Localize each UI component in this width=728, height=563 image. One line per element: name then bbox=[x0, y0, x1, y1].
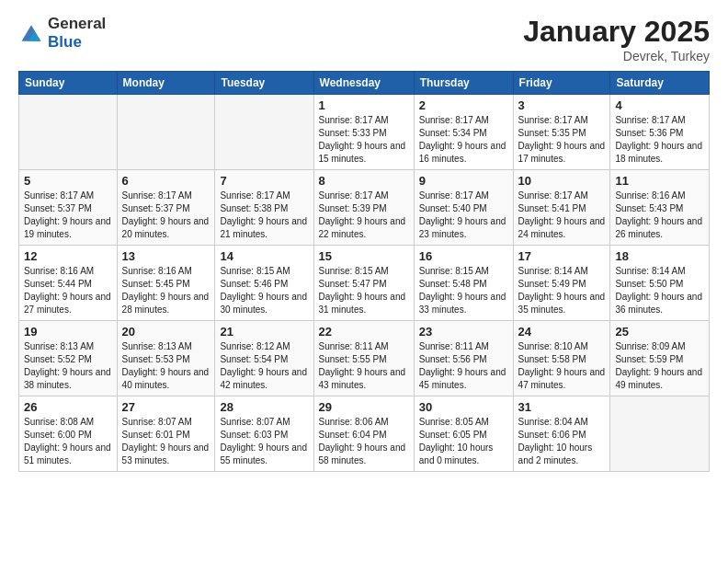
table-row: 13Sunrise: 8:16 AMSunset: 5:45 PMDayligh… bbox=[117, 246, 215, 321]
cell-info: Sunrise: 8:15 AMSunset: 5:46 PMDaylight:… bbox=[220, 265, 308, 316]
table-row: 8Sunrise: 8:17 AMSunset: 5:39 PMDaylight… bbox=[313, 170, 414, 246]
table-row: 16Sunrise: 8:15 AMSunset: 5:48 PMDayligh… bbox=[414, 246, 513, 321]
cell-sunset: Sunset: 5:44 PM bbox=[24, 278, 112, 291]
cell-sunrise: Sunrise: 8:17 AM bbox=[319, 114, 409, 127]
table-row: 29Sunrise: 8:06 AMSunset: 6:04 PMDayligh… bbox=[313, 396, 414, 472]
cell-day-number: 21 bbox=[220, 325, 308, 339]
cell-info: Sunrise: 8:17 AMSunset: 5:37 PMDaylight:… bbox=[24, 190, 112, 241]
cell-daylight: Daylight: 9 hours and 47 minutes. bbox=[518, 366, 606, 392]
cell-info: Sunrise: 8:07 AMSunset: 6:03 PMDaylight:… bbox=[220, 416, 308, 467]
table-row: 20Sunrise: 8:13 AMSunset: 5:53 PMDayligh… bbox=[117, 321, 215, 396]
cell-info: Sunrise: 8:12 AMSunset: 5:54 PMDaylight:… bbox=[220, 340, 308, 392]
cell-sunrise: Sunrise: 8:13 AM bbox=[122, 340, 210, 353]
cell-sunset: Sunset: 6:06 PM bbox=[518, 429, 606, 442]
cell-day-number: 31 bbox=[518, 400, 606, 414]
cell-sunset: Sunset: 6:05 PM bbox=[419, 429, 508, 442]
cell-sunrise: Sunrise: 8:17 AM bbox=[24, 190, 112, 202]
cell-info: Sunrise: 8:16 AMSunset: 5:43 PMDaylight:… bbox=[615, 190, 704, 241]
cell-sunset: Sunset: 5:41 PM bbox=[518, 202, 606, 215]
table-row: 28Sunrise: 8:07 AMSunset: 6:03 PMDayligh… bbox=[215, 396, 313, 472]
table-row: 14Sunrise: 8:15 AMSunset: 5:46 PMDayligh… bbox=[215, 246, 313, 321]
calendar-header-row: Sunday Monday Tuesday Wednesday Thursday… bbox=[19, 72, 710, 95]
cell-info: Sunrise: 8:17 AMSunset: 5:39 PMDaylight:… bbox=[319, 190, 409, 241]
calendar-week-row: 1Sunrise: 8:17 AMSunset: 5:33 PMDaylight… bbox=[19, 95, 710, 170]
cell-day-number: 24 bbox=[518, 325, 606, 339]
cell-sunset: Sunset: 5:55 PM bbox=[319, 353, 409, 366]
cell-day-number: 26 bbox=[24, 400, 112, 414]
col-wednesday: Wednesday bbox=[313, 72, 414, 95]
cell-info: Sunrise: 8:15 AMSunset: 5:47 PMDaylight:… bbox=[319, 265, 409, 316]
cell-sunset: Sunset: 5:40 PM bbox=[419, 202, 508, 215]
cell-sunrise: Sunrise: 8:17 AM bbox=[220, 190, 308, 202]
table-row: 9Sunrise: 8:17 AMSunset: 5:40 PMDaylight… bbox=[414, 170, 513, 246]
table-row: 2Sunrise: 8:17 AMSunset: 5:34 PMDaylight… bbox=[414, 95, 513, 170]
table-row: 15Sunrise: 8:15 AMSunset: 5:47 PMDayligh… bbox=[313, 246, 414, 321]
title-location: Devrek, Turkey bbox=[523, 49, 710, 63]
cell-sunset: Sunset: 5:56 PM bbox=[419, 353, 508, 366]
table-row: 18Sunrise: 8:14 AMSunset: 5:50 PMDayligh… bbox=[610, 246, 710, 321]
cell-info: Sunrise: 8:13 AMSunset: 5:53 PMDaylight:… bbox=[122, 340, 210, 392]
cell-info: Sunrise: 8:17 AMSunset: 5:35 PMDaylight:… bbox=[518, 114, 606, 166]
logo-blue: Blue bbox=[48, 33, 82, 51]
cell-sunrise: Sunrise: 8:05 AM bbox=[419, 416, 508, 429]
cell-info: Sunrise: 8:17 AMSunset: 5:37 PMDaylight:… bbox=[122, 190, 210, 241]
cell-day-number: 7 bbox=[220, 174, 308, 188]
cell-daylight: Daylight: 9 hours and 20 minutes. bbox=[122, 215, 210, 241]
cell-info: Sunrise: 8:08 AMSunset: 6:00 PMDaylight:… bbox=[24, 416, 112, 467]
cell-info: Sunrise: 8:17 AMSunset: 5:34 PMDaylight:… bbox=[419, 114, 508, 166]
cell-info: Sunrise: 8:10 AMSunset: 5:58 PMDaylight:… bbox=[518, 340, 606, 392]
cell-sunset: Sunset: 5:33 PM bbox=[319, 127, 409, 140]
cell-daylight: Daylight: 9 hours and 55 minutes. bbox=[220, 442, 308, 467]
cell-sunset: Sunset: 5:37 PM bbox=[24, 202, 112, 215]
cell-sunset: Sunset: 5:53 PM bbox=[122, 353, 210, 366]
table-row: 26Sunrise: 8:08 AMSunset: 6:00 PMDayligh… bbox=[19, 396, 118, 472]
calendar-week-row: 5Sunrise: 8:17 AMSunset: 5:37 PMDaylight… bbox=[19, 170, 710, 246]
cell-sunset: Sunset: 5:39 PM bbox=[319, 202, 409, 215]
cell-sunset: Sunset: 5:49 PM bbox=[518, 278, 606, 291]
calendar-week-row: 19Sunrise: 8:13 AMSunset: 5:52 PMDayligh… bbox=[19, 321, 710, 396]
cell-day-number: 15 bbox=[319, 249, 409, 263]
cell-sunrise: Sunrise: 8:04 AM bbox=[518, 416, 606, 429]
cell-sunset: Sunset: 5:46 PM bbox=[220, 278, 308, 291]
logo-icon bbox=[18, 20, 44, 46]
cell-day-number: 28 bbox=[220, 400, 308, 414]
table-row: 6Sunrise: 8:17 AMSunset: 5:37 PMDaylight… bbox=[117, 170, 215, 246]
col-tuesday: Tuesday bbox=[215, 72, 313, 95]
cell-day-number: 17 bbox=[518, 249, 606, 263]
cell-info: Sunrise: 8:04 AMSunset: 6:06 PMDaylight:… bbox=[518, 416, 606, 467]
cell-daylight: Daylight: 9 hours and 35 minutes. bbox=[518, 291, 606, 316]
cell-info: Sunrise: 8:11 AMSunset: 5:55 PMDaylight:… bbox=[319, 340, 409, 392]
cell-sunrise: Sunrise: 8:17 AM bbox=[419, 114, 508, 127]
table-row: 5Sunrise: 8:17 AMSunset: 5:37 PMDaylight… bbox=[19, 170, 118, 246]
cell-day-number: 20 bbox=[122, 325, 210, 339]
cell-daylight: Daylight: 9 hours and 19 minutes. bbox=[24, 215, 112, 241]
cell-sunrise: Sunrise: 8:16 AM bbox=[615, 190, 704, 202]
cell-sunset: Sunset: 5:58 PM bbox=[518, 353, 606, 366]
table-row: 7Sunrise: 8:17 AMSunset: 5:38 PMDaylight… bbox=[215, 170, 313, 246]
cell-sunrise: Sunrise: 8:17 AM bbox=[419, 190, 508, 202]
cell-day-number: 12 bbox=[24, 249, 112, 263]
cell-sunrise: Sunrise: 8:12 AM bbox=[220, 340, 308, 353]
cell-sunrise: Sunrise: 8:15 AM bbox=[419, 265, 508, 278]
table-row bbox=[215, 95, 313, 170]
cell-daylight: Daylight: 9 hours and 15 minutes. bbox=[319, 140, 409, 166]
cell-info: Sunrise: 8:09 AMSunset: 5:59 PMDaylight:… bbox=[615, 340, 704, 392]
cell-day-number: 11 bbox=[615, 174, 704, 188]
cell-sunset: Sunset: 5:43 PM bbox=[615, 202, 704, 215]
cell-day-number: 10 bbox=[518, 174, 606, 188]
table-row: 3Sunrise: 8:17 AMSunset: 5:35 PMDaylight… bbox=[513, 95, 610, 170]
cell-daylight: Daylight: 9 hours and 51 minutes. bbox=[24, 442, 112, 467]
cell-sunset: Sunset: 5:38 PM bbox=[220, 202, 308, 215]
calendar-table: Sunday Monday Tuesday Wednesday Thursday… bbox=[18, 71, 710, 472]
cell-sunset: Sunset: 5:35 PM bbox=[518, 127, 606, 140]
cell-daylight: Daylight: 9 hours and 42 minutes. bbox=[220, 366, 308, 392]
col-saturday: Saturday bbox=[610, 72, 710, 95]
cell-daylight: Daylight: 9 hours and 18 minutes. bbox=[615, 140, 704, 166]
table-row bbox=[19, 95, 118, 170]
cell-sunrise: Sunrise: 8:14 AM bbox=[615, 265, 704, 278]
cell-sunrise: Sunrise: 8:06 AM bbox=[319, 416, 409, 429]
table-row: 25Sunrise: 8:09 AMSunset: 5:59 PMDayligh… bbox=[610, 321, 710, 396]
cell-sunrise: Sunrise: 8:17 AM bbox=[518, 114, 606, 127]
cell-daylight: Daylight: 9 hours and 45 minutes. bbox=[419, 366, 508, 392]
cell-info: Sunrise: 8:06 AMSunset: 6:04 PMDaylight:… bbox=[319, 416, 409, 467]
